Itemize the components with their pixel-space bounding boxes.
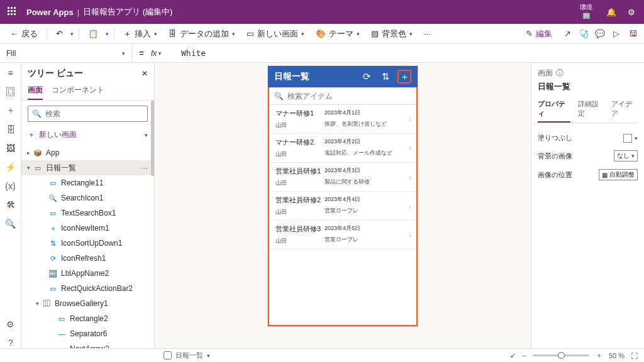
bgimg-dropdown[interactable]: なし▾ (614, 150, 638, 162)
tab-advanced[interactable]: 詳細設定 (578, 96, 604, 123)
sort-icon[interactable]: ⇅ (379, 70, 392, 84)
tree-node[interactable]: ⟳IconRefresh1 (21, 251, 154, 266)
fill-icon: ▨ (371, 29, 379, 38)
item-search-input[interactable] (287, 92, 411, 101)
tree-view-icon[interactable]: ⿴ (6, 87, 16, 97)
tree-node[interactable]: ▾▭日報一覧··· (21, 160, 154, 175)
insert-icon[interactable]: ＋ (6, 106, 16, 116)
insert-button[interactable]: ＋挿入▾ (119, 26, 161, 41)
tab-properties[interactable]: プロパティ (538, 96, 570, 123)
tree-search-input[interactable] (45, 109, 143, 118)
refresh-icon[interactable]: ⟳ (360, 70, 374, 84)
chevron-down-icon[interactable]: ▾ (70, 31, 74, 37)
clipboard-icon: 📋 (88, 29, 98, 38)
equals-label: = (132, 49, 151, 58)
search-icon[interactable]: 🔍 (6, 219, 16, 229)
chevron-down-icon[interactable]: ▾ (207, 353, 210, 359)
tree-node[interactable]: ▭Rectangle2 (21, 311, 154, 326)
media-icon[interactable]: 🖼 (6, 143, 16, 153)
screen-checkbox[interactable] (164, 351, 172, 359)
tree-node[interactable]: ▾⿲BrowseGallery1 (21, 296, 154, 311)
help-icon[interactable]: ？ (6, 338, 16, 348)
share-icon[interactable]: ↗ (562, 29, 572, 39)
prop-imgpos-label: 画像の位置 (538, 170, 572, 180)
tree-node[interactable]: ⇅IconSortUpDown1 (21, 236, 154, 251)
bg-color-button[interactable]: ▨背景色▾ (367, 26, 416, 41)
bell-icon[interactable]: 🔔 (606, 7, 616, 17)
tree-node[interactable]: —Separator6 (21, 326, 154, 341)
close-icon[interactable]: ✕ (142, 69, 148, 78)
advanced-icon[interactable]: 🛠 (6, 200, 16, 210)
paste-button[interactable]: 📋 (84, 27, 102, 40)
chevron-down-icon[interactable]: ▾ (106, 31, 109, 37)
screen-name: 日報一覧 (538, 81, 638, 92)
comment-icon[interactable]: 💬 (595, 29, 605, 39)
plus-icon: ＋ (28, 129, 35, 140)
tree-title: ツリー ビュー (28, 68, 83, 79)
screen-icon: ▭ (247, 29, 254, 38)
new-screen-button[interactable]: ▭新しい画面▾ (243, 26, 308, 41)
tab-screens[interactable]: 画面 (28, 82, 43, 100)
theme-button[interactable]: 🎨テーマ▾ (312, 26, 364, 41)
fx-label[interactable]: fx▾ (151, 49, 176, 58)
variables-icon[interactable]: (x) (6, 181, 16, 191)
separator: | (77, 8, 79, 17)
add-data-button[interactable]: 🗄データの追加▾ (165, 26, 239, 41)
hamburger-icon[interactable]: ≡ (6, 68, 16, 78)
edit-button[interactable]: ✎編集 (522, 26, 556, 41)
scrollbar-thumb[interactable] (151, 101, 154, 176)
tree-node[interactable]: ＋IconNewItem1 (21, 221, 154, 236)
tab-components[interactable]: コンポーネント (52, 82, 104, 100)
undo-icon: ↶ (56, 29, 63, 38)
list-item[interactable]: 営業社員研修3山田2023年4月5日営業ロープレ› (269, 221, 416, 250)
arrow-left-icon: ← (10, 29, 18, 38)
play-icon[interactable]: ▷ (611, 29, 621, 39)
new-screen-link[interactable]: ＋新しい画面▾ (21, 127, 154, 145)
palette-icon: 🎨 (316, 29, 326, 38)
settings-icon[interactable]: ⚙ (6, 319, 16, 329)
color-swatch[interactable] (623, 134, 632, 143)
app-name: 日報報告アプリ (編集中) (83, 6, 172, 18)
property-selector[interactable]: Fill▾ (0, 44, 132, 62)
zoom-out-icon[interactable]: − (522, 352, 526, 359)
undo-button[interactable]: ↶ (52, 27, 67, 40)
back-button[interactable]: ←戻る (6, 26, 42, 41)
chevron-right-icon: › (409, 202, 411, 210)
data-icon[interactable]: 🗄 (6, 124, 16, 134)
checker-icon[interactable]: 🩺 (579, 29, 589, 39)
formula-bar[interactable]: White (176, 48, 644, 58)
list-item[interactable]: マナー研修1山田2023年4月1日挨拶、名刺受け渡しなど› (269, 105, 416, 134)
building-icon: 🏢 (581, 11, 591, 21)
tree-node[interactable]: 🔤LblAppName2 (21, 266, 154, 281)
info-icon[interactable]: ⓘ (556, 68, 564, 79)
list-item[interactable]: マナー研修2山田2023年4月2日電話対応、メール作成など› (269, 134, 416, 163)
arrow-left-icon[interactable]: ↙ (510, 351, 516, 359)
app-launcher-icon[interactable] (8, 7, 18, 17)
list-item[interactable]: 営業社員研修1山田2023年4月3日製品に関する研修› (269, 163, 416, 192)
tree-node[interactable]: ▭TextSearchBox1 (21, 206, 154, 221)
flows-icon[interactable]: ⚡ (6, 162, 16, 172)
chevron-right-icon: › (409, 173, 411, 181)
add-item-icon[interactable]: ＋ (397, 70, 411, 84)
search-icon: 🔍 (274, 92, 284, 101)
status-screen-name: 日報一覧 (175, 351, 203, 360)
tree-node[interactable]: ›NextArrow2 (21, 341, 154, 348)
fit-icon[interactable]: ⛶ (631, 352, 638, 359)
gear-icon[interactable]: ⚙ (626, 7, 636, 17)
zoom-in-icon[interactable]: ＋ (596, 351, 602, 360)
tree-node[interactable]: ▭Rectangle11 (21, 175, 154, 190)
environment-picker[interactable]: 環境 🏢 (580, 4, 592, 21)
tab-ideas[interactable]: アイデア (611, 96, 638, 123)
list-item[interactable]: 営業社員研修2山田2023年4月4日営業ロープレ› (269, 192, 416, 221)
more-button[interactable]: ··· (420, 27, 435, 40)
save-icon[interactable]: 🖫 (628, 29, 638, 39)
chevron-right-icon: › (409, 116, 411, 123)
prop-bgimg-label: 背景の画像 (538, 151, 572, 161)
tree-search[interactable]: 🔍 (28, 106, 148, 122)
tree-node[interactable]: 🔍SearchIcon1 (21, 190, 154, 206)
tree-node[interactable]: ▸📦App (21, 145, 154, 160)
plus-icon: ＋ (123, 28, 131, 40)
zoom-slider[interactable] (533, 354, 589, 356)
imgpos-dropdown[interactable]: ▦自動調整 (599, 169, 638, 180)
tree-node[interactable]: ▭RectQuickActionBar2 (21, 281, 154, 296)
